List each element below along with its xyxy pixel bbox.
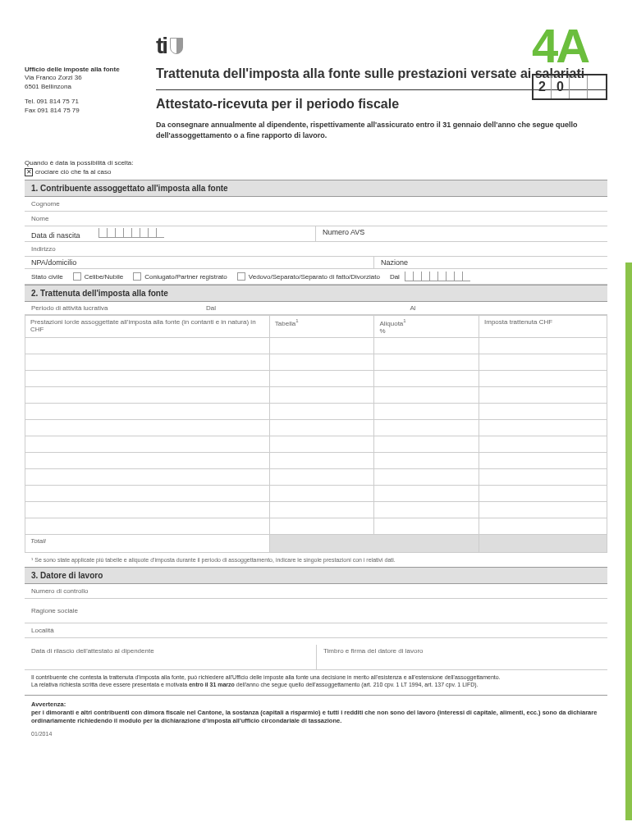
signature-row: Data di rilascio dell'attestato al dipen… xyxy=(25,645,607,670)
col-imposta: Imposta trattenuta CHF xyxy=(479,316,607,338)
avvertenza-block: Avvertenza: per i dimoranti e altri cont… xyxy=(25,695,607,729)
date-ticks xyxy=(98,228,164,238)
celibe-checkbox[interactable] xyxy=(73,272,81,281)
checkbox-x-icon: ✕ xyxy=(25,168,33,176)
table-row[interactable] xyxy=(25,452,607,468)
table-row[interactable] xyxy=(25,518,607,534)
document-date: 01/2014 xyxy=(25,729,607,738)
header-area: Ufficio delle imposte alla fonte Via Fra… xyxy=(25,33,607,147)
form-code-block: 4A 2 0 xyxy=(532,25,607,100)
table-row[interactable] xyxy=(25,337,607,354)
form-page: 4A 2 0 Ufficio delle imposte alla fonte … xyxy=(0,0,632,840)
trattenuta-table: Prestazioni lorde assoggettate all'impos… xyxy=(25,315,607,553)
office-name: Ufficio delle imposte alla fonte xyxy=(25,66,140,74)
periodo-dal[interactable]: Dal xyxy=(199,302,404,314)
stato-civile-row: Stato civile Celibe/Nubile Coniugato/Par… xyxy=(25,269,607,285)
cognome-field[interactable]: Cognome xyxy=(25,197,607,212)
data-rilascio-field[interactable]: Data di rilascio dell'attestato al dipen… xyxy=(25,645,316,669)
col-tabella: Tabella1 xyxy=(269,316,374,338)
table-row[interactable] xyxy=(25,370,607,386)
office-address2: 6501 Bellinzona xyxy=(25,83,140,91)
table-row[interactable] xyxy=(25,354,607,370)
table-row[interactable] xyxy=(25,501,607,518)
col-prestazioni: Prestazioni lorde assoggettate all'impos… xyxy=(25,316,270,338)
green-accent-bar xyxy=(625,262,632,820)
office-address1: Via Franco Zorzi 36 xyxy=(25,74,140,82)
table-row[interactable] xyxy=(25,468,607,485)
year-input-box[interactable]: 2 0 xyxy=(532,74,607,100)
year-digit-3[interactable] xyxy=(570,75,588,98)
table-row[interactable] xyxy=(25,419,607,436)
section1-header: 1. Contribuente assoggettato all'imposta… xyxy=(25,180,607,197)
section2-header: 2. Trattenuta dell'imposta alla fonte xyxy=(25,285,607,302)
table-row[interactable] xyxy=(25,436,607,452)
indirizzo-field[interactable]: Indirizzo xyxy=(25,242,607,257)
shield-icon xyxy=(170,38,183,54)
form-code: 4A xyxy=(532,25,607,67)
table-row[interactable] xyxy=(25,403,607,419)
office-info: Ufficio delle imposte alla fonte Via Fra… xyxy=(25,33,140,147)
numero-avs-field[interactable]: Numero AVS xyxy=(316,226,607,241)
ti-logo: ti xyxy=(156,33,167,59)
legal-text: Il contribuente che contesta la trattenu… xyxy=(25,670,607,692)
localita-field[interactable]: Località xyxy=(25,623,607,638)
section3-header: 3. Datore di lavoro xyxy=(25,567,607,584)
data-nascita-field[interactable]: Data di nascita xyxy=(25,226,316,241)
table-row[interactable] xyxy=(25,386,607,403)
delivery-instruction: Da consegnare annualmente al dipendente,… xyxy=(156,120,607,140)
totali-mid[interactable] xyxy=(269,534,479,552)
year-digit-4[interactable] xyxy=(588,75,606,98)
npa-field[interactable]: NPA/domicilio xyxy=(25,257,374,268)
dal-date-ticks[interactable] xyxy=(405,272,470,281)
year-digit-2: 0 xyxy=(552,75,570,98)
choice-instruction: Quando è data la possibilità di scelta: … xyxy=(25,159,607,176)
coniugato-checkbox[interactable] xyxy=(133,272,141,281)
ragione-sociale-field[interactable]: Ragione sociale xyxy=(25,599,607,623)
table-footnote: ¹ Se sono state applicate più tabelle e … xyxy=(25,553,607,567)
year-digit-1: 2 xyxy=(534,75,552,98)
vedovo-checkbox[interactable] xyxy=(237,272,245,281)
periodo-row: Periodo di attività lucrativa Dal Al xyxy=(25,302,607,315)
totali-row: Totali xyxy=(25,534,607,552)
numero-controllo-field[interactable]: Numero di controllo xyxy=(25,584,607,599)
timbro-field[interactable]: Timbro e firma del datore di lavoro xyxy=(316,645,607,669)
office-fax: Fax 091 814 75 79 xyxy=(25,107,140,115)
col-aliquota: Aliquota1% xyxy=(374,316,479,338)
office-tel: Tel. 091 814 75 71 xyxy=(25,98,140,106)
nome-field[interactable]: Nome xyxy=(25,212,607,226)
periodo-al[interactable]: Al xyxy=(404,302,608,314)
nazione-field[interactable]: Nazione xyxy=(374,257,607,268)
table-row[interactable] xyxy=(25,485,607,501)
totali-imposta[interactable] xyxy=(479,534,607,552)
